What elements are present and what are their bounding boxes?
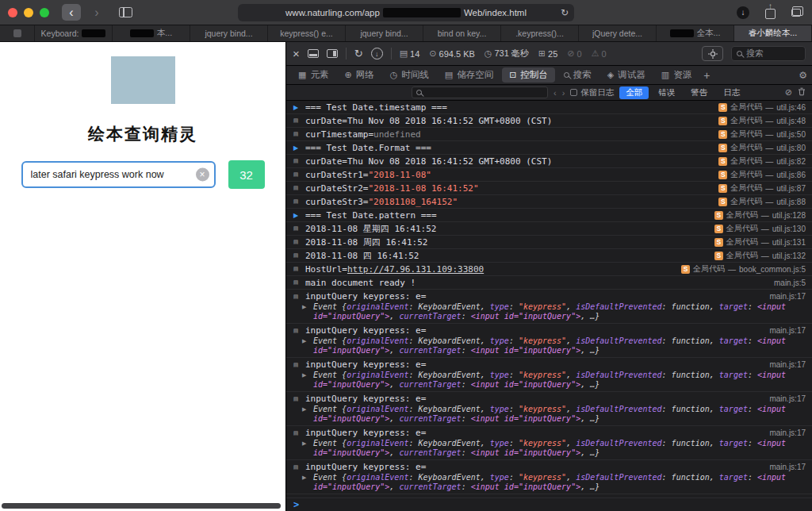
source-link[interactable]: util.js:88 xyxy=(776,198,806,206)
inspector-search-field[interactable]: 搜索 xyxy=(731,46,806,61)
horizontal-scrollbar[interactable] xyxy=(2,503,281,509)
close-window-button[interactable] xyxy=(8,8,17,17)
browser-tab[interactable]: Keyboard: xyxy=(35,25,113,41)
inspector-tab-network[interactable]: ⊕网络 xyxy=(337,67,381,83)
inspector-tab-search[interactable]: 搜索 xyxy=(557,67,599,83)
script-badge: S xyxy=(714,252,723,260)
expand-triangle-icon[interactable]: ▶ xyxy=(302,439,310,458)
data-icon: ⊙ xyxy=(429,48,436,59)
add-tab-icon[interactable]: + xyxy=(703,69,710,82)
stat-issues: ⊘0 xyxy=(567,48,581,59)
inspector-tab-resources[interactable]: ▥资源 xyxy=(654,67,699,83)
browser-tab[interactable]: .keypress()... xyxy=(501,25,579,41)
source-link[interactable]: main.js:17 xyxy=(769,326,806,335)
scope-pill-errors[interactable]: 错误 xyxy=(652,86,681,99)
tab-overview-icon[interactable] xyxy=(791,9,801,17)
source-link[interactable]: main.js:17 xyxy=(769,394,806,403)
stat-warnings: ⚠0 xyxy=(592,48,607,59)
source-link[interactable]: main.js:5 xyxy=(774,279,806,287)
close-inspector-icon[interactable]: × xyxy=(293,47,300,60)
script-badge: S xyxy=(718,198,727,206)
timelines-icon: ◷ xyxy=(390,70,398,80)
zoom-window-button[interactable] xyxy=(40,8,49,17)
source-link[interactable]: main.js:17 xyxy=(769,428,806,437)
source-link[interactable]: util.js:86 xyxy=(776,171,806,179)
log-link[interactable]: http://47.96.131.109:33800 xyxy=(347,264,484,275)
browser-tab[interactable]: bind on key... xyxy=(423,25,501,41)
expand-triangle-icon[interactable]: ▶ xyxy=(302,302,310,321)
console-filter-field[interactable] xyxy=(412,86,548,98)
inspector-tab-storage[interactable]: ▤储存空间 xyxy=(438,67,500,83)
log-message-icon: ▤ xyxy=(291,362,301,368)
source-link[interactable]: util.js:132 xyxy=(772,252,806,260)
source-link[interactable]: util.js:128 xyxy=(772,211,806,220)
source-link[interactable]: main.js:17 xyxy=(769,360,806,369)
log-text: === Test Date.Format === xyxy=(305,143,714,153)
browser-tab[interactable]: jquery bind... xyxy=(190,25,268,41)
downloads-icon[interactable]: ↓ xyxy=(737,6,749,19)
event-preview: Event {originalEvent: KeyboardEvent, typ… xyxy=(313,302,787,321)
expand-triangle-icon[interactable]: ▶ xyxy=(302,371,310,390)
storage-icon: ▤ xyxy=(445,70,453,80)
sidebar-icon[interactable] xyxy=(119,7,132,17)
expand-triangle-icon[interactable]: ▶ xyxy=(302,405,310,424)
minimize-window-button[interactable] xyxy=(24,8,33,17)
forward-button[interactable]: › xyxy=(87,4,106,21)
source-link[interactable]: util.js:46 xyxy=(776,103,806,112)
source-link[interactable]: util.js:50 xyxy=(776,130,806,139)
share-icon[interactable]: ↑ xyxy=(765,9,776,19)
event-preview: Event {originalEvent: KeyboardEvent, typ… xyxy=(313,473,787,492)
censored-patch xyxy=(82,29,105,37)
settings-gear-icon[interactable]: ⚙ xyxy=(799,70,807,81)
browser-tab[interactable]: keypress() e... xyxy=(268,25,346,41)
inspector-tab-debugger[interactable]: ◈调试器 xyxy=(600,67,653,83)
browser-tab[interactable]: 睿小麟绘本... xyxy=(734,25,812,41)
scope-pill-warnings[interactable]: 警告 xyxy=(684,86,714,99)
count-button[interactable]: 32 xyxy=(228,160,265,189)
source-link[interactable]: main.js:17 xyxy=(769,463,806,471)
inspector-tab-elements[interactable]: ▦元素 xyxy=(291,67,335,83)
console-filter-bar: ‹ › 保留日志 全部错误警告日志 ⊘ xyxy=(286,85,812,101)
source-link[interactable]: util.js:131 xyxy=(772,238,806,247)
preserve-log-checkbox[interactable]: 保留日志 xyxy=(570,87,614,98)
trash-icon[interactable] xyxy=(798,87,806,98)
console-row: ▤curDate=Thu Nov 08 2018 16:41:52 GMT+08… xyxy=(286,114,812,128)
address-bar[interactable]: www.naturling.com/app Web/index.html ↻ xyxy=(238,4,574,21)
back-button[interactable]: ‹ xyxy=(62,4,81,21)
scope-pill-logs[interactable]: 日志 xyxy=(717,86,746,99)
browser-tab[interactable]: 全本... xyxy=(657,25,734,41)
web-inspector: × ↻ ↓ ▤14⊙694.5 KB◷731 毫秒⊞25⊘0⚠0 搜索 ▦元素⊕… xyxy=(285,42,812,511)
pinned-tab[interactable] xyxy=(0,25,35,41)
element-picker-button[interactable] xyxy=(702,46,723,61)
source-link[interactable]: book_common.js:5 xyxy=(739,265,806,274)
expand-triangle-icon[interactable]: ▶ xyxy=(302,473,310,492)
browser-tab[interactable]: jquery bind... xyxy=(346,25,423,41)
expand-triangle-icon[interactable]: ▶ xyxy=(302,336,310,355)
console-prompt[interactable]: > xyxy=(286,498,812,511)
web-page: 绘本查询精灵 × 32 xyxy=(0,42,285,511)
source-link[interactable]: util.js:48 xyxy=(776,117,806,125)
source-link[interactable]: util.js:80 xyxy=(776,144,806,152)
inspector-tab-timelines[interactable]: ◷时间线 xyxy=(383,67,436,83)
download-archive-icon[interactable]: ↓ xyxy=(371,48,383,60)
query-input[interactable] xyxy=(21,161,216,188)
browser-tab[interactable]: jQuery dete... xyxy=(579,25,657,41)
source-link[interactable]: util.js:87 xyxy=(776,184,806,193)
console-row: ▤curDateStr2="2018-11-08 16:41:52"S全局代码 … xyxy=(286,182,812,195)
dock-bottom-icon[interactable] xyxy=(308,49,319,58)
clear-input-icon[interactable]: × xyxy=(196,168,209,182)
console-keypress-group: ▤inputQuery keypress: e=main.js:17▶Event… xyxy=(286,426,812,460)
browser-tab[interactable]: 本... xyxy=(113,25,190,41)
event-preview: Event {originalEvent: KeyboardEvent, typ… xyxy=(313,336,787,355)
source-link[interactable]: main.js:17 xyxy=(769,292,806,301)
source-link[interactable]: util.js:130 xyxy=(772,225,806,233)
find-previous-icon[interactable]: ‹ xyxy=(553,88,557,98)
reload-page-icon[interactable]: ↻ xyxy=(354,48,363,60)
dock-side-icon[interactable] xyxy=(327,49,338,58)
inspector-tab-console[interactable]: ⊡控制台 xyxy=(502,67,555,83)
source-link[interactable]: util.js:82 xyxy=(776,157,806,166)
find-next-icon[interactable]: › xyxy=(562,88,565,98)
scope-pill-all[interactable]: 全部 xyxy=(619,86,649,99)
reload-icon[interactable]: ↻ xyxy=(561,7,569,18)
clear-console-icon[interactable]: ⊘ xyxy=(785,87,792,98)
